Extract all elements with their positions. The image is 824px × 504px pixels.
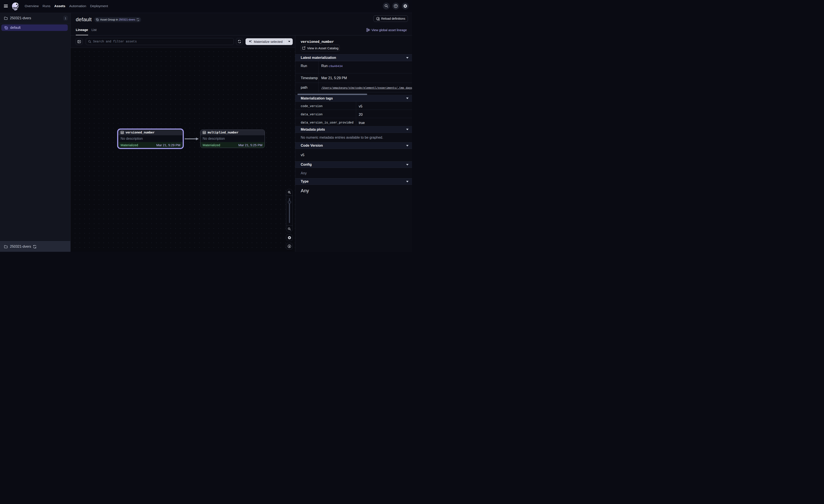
svg-text:?: ? bbox=[395, 5, 396, 7]
